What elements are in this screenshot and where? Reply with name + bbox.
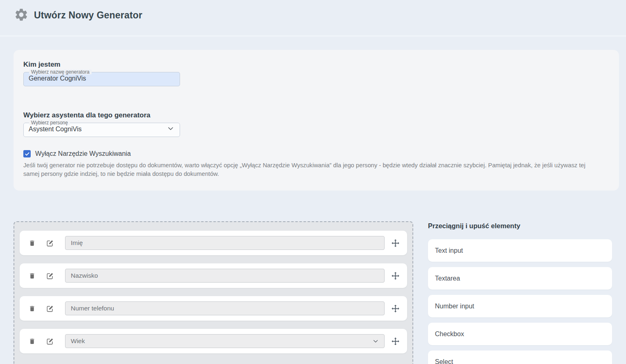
generator-name-value: Generator CogniVis	[29, 75, 86, 82]
palette-item[interactable]: Textarea	[428, 267, 612, 290]
persona-select-label: Wybierz personę	[29, 120, 70, 125]
move-field-handle[interactable]	[391, 337, 400, 346]
header-divider	[0, 36, 626, 36]
move-field-handle[interactable]	[391, 239, 400, 247]
edit-field-button[interactable]	[46, 337, 54, 345]
palette-item[interactable]: Checkbox	[428, 323, 612, 345]
builder-field-row: Imię	[20, 231, 407, 255]
page-title: Utwórz Nowy Generator	[34, 10, 142, 21]
assistant-heading: Wybierz asystenta dla tego generatora	[23, 111, 151, 119]
palette-item[interactable]: Text input	[428, 239, 612, 262]
gear-icon	[14, 7, 29, 22]
disable-search-checkbox[interactable]: Wyłącz Narzędzie Wyszukiwania	[23, 150, 131, 157]
palette-heading: Przeciągnij i upuść elementy	[428, 222, 520, 230]
delete-field-button[interactable]	[29, 272, 36, 280]
field-preview-input[interactable]: Imię	[65, 236, 385, 250]
field-placeholder: Nazwisko	[71, 272, 98, 279]
page: Utwórz Nowy Generator Kim jestem Wybierz…	[0, 0, 626, 364]
disable-search-label[interactable]: Wyłącz Narzędzie Wyszukiwania	[35, 150, 131, 157]
persona-select-value: Asystent CogniVis	[29, 126, 82, 133]
chevron-down-icon	[372, 337, 379, 345]
persona-select[interactable]: Wybierz personę Asystent CogniVis	[23, 120, 180, 137]
generator-name-label: Wybierz nazwę generatora	[29, 70, 92, 74]
chevron-down-icon	[167, 124, 175, 133]
builder-rows: Imię Nazwisko Numer telefonu	[20, 231, 407, 353]
move-field-handle[interactable]	[391, 304, 400, 313]
edit-field-button[interactable]	[46, 305, 54, 312]
generator-name-field[interactable]: Wybierz nazwę generatora Generator Cogni…	[23, 70, 180, 86]
move-field-handle[interactable]	[391, 272, 400, 280]
delete-field-button[interactable]	[29, 239, 36, 247]
palette-item[interactable]: Select	[428, 351, 612, 364]
builder-field-row: Nazwisko	[20, 263, 407, 288]
field-preview-input[interactable]: Nazwisko	[65, 269, 385, 283]
checkbox-checked-icon[interactable]	[23, 150, 31, 157]
disable-search-description: Jeśli twój generator nie potrzebuje dost…	[23, 161, 599, 178]
edit-field-button[interactable]	[46, 272, 54, 280]
palette-item-label: Text input	[435, 247, 463, 254]
page-header: Utwórz Nowy Generator	[0, 0, 626, 36]
builder-field-row: Wiek	[20, 329, 407, 353]
palette-item-label: Number input	[435, 303, 474, 310]
form-builder-dropzone[interactable]: Imię Nazwisko Numer telefonu	[14, 221, 413, 364]
palette-item-label: Select	[435, 358, 453, 364]
palette-list: Text input Textarea Number input Checkbo…	[428, 239, 612, 364]
edit-field-button[interactable]	[46, 239, 54, 247]
builder-field-row: Numer telefonu	[20, 296, 407, 321]
field-preview-input[interactable]: Numer telefonu	[65, 301, 385, 315]
delete-field-button[interactable]	[29, 305, 36, 312]
identity-heading: Kim jestem	[23, 61, 61, 69]
generator-settings-card: Kim jestem Wybierz nazwę generatora Gene…	[14, 50, 619, 191]
palette-item-label: Textarea	[435, 275, 460, 282]
field-placeholder: Imię	[71, 239, 83, 247]
palette-item[interactable]: Number input	[428, 295, 612, 317]
palette-item-label: Checkbox	[435, 330, 464, 338]
delete-field-button[interactable]	[29, 337, 36, 345]
field-placeholder: Numer telefonu	[71, 305, 114, 312]
field-placeholder: Wiek	[71, 337, 85, 345]
field-preview-input[interactable]: Wiek	[65, 334, 385, 348]
